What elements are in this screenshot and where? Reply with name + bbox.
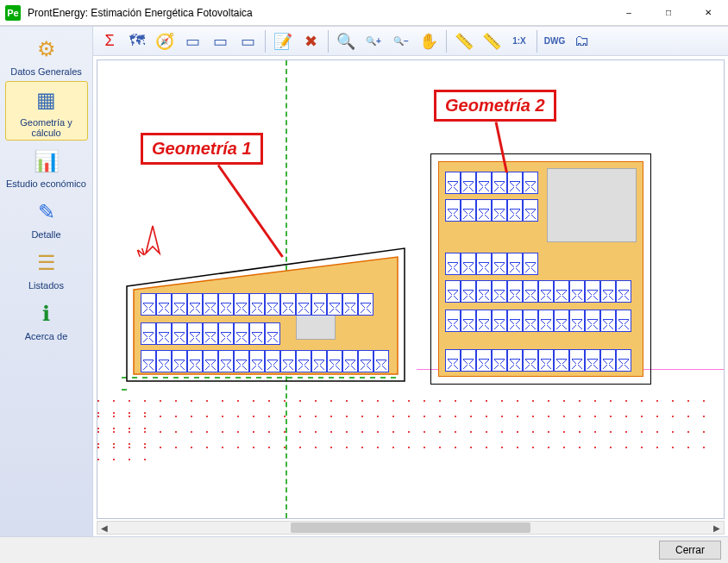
pv-panel <box>265 322 280 345</box>
red-dot-row <box>97 447 724 448</box>
form-edit-icon[interactable]: 📝 <box>270 28 296 54</box>
sidebar-item-listados[interactable]: ☰Listados <box>5 244 88 293</box>
ruler-h-icon[interactable]: 📏 <box>451 28 477 54</box>
window-minimize-button[interactable]: – <box>609 0 649 26</box>
sidebar-item-geometr-a-y-c-lculo[interactable]: ▦Geometría y cálculo <box>5 81 88 141</box>
close-button[interactable]: Cerrar <box>659 541 721 560</box>
pv-panel <box>492 349 507 372</box>
pv-panel <box>585 349 600 372</box>
pv-panel <box>203 293 218 316</box>
sidebar-item-datos-generales[interactable]: ⚙Datos Generales <box>5 30 88 79</box>
scroll-right-button[interactable]: ▶ <box>710 523 724 533</box>
scroll-track[interactable] <box>111 522 710 534</box>
ruler-unit-icon[interactable]: 📏 <box>479 28 505 54</box>
pv-panel <box>445 172 461 194</box>
pv-panel <box>187 293 203 316</box>
pv-panel <box>156 322 172 345</box>
zoom-out-icon[interactable]: 🔍− <box>388 28 414 54</box>
window-maximize-button[interactable]: □ <box>649 0 688 26</box>
pv-row <box>445 253 538 275</box>
pv-panel <box>373 350 389 372</box>
red-dot-row <box>97 400 724 402</box>
pv-panel <box>311 293 327 316</box>
pv-panel <box>327 293 342 316</box>
project-icon[interactable]: 🗺 <box>124 28 150 54</box>
pv-panel <box>476 172 492 194</box>
delete-icon[interactable]: ✖ <box>298 28 323 54</box>
pv-row <box>141 350 389 372</box>
sidebar-item-label: Detalle <box>6 229 87 240</box>
geometry-2[interactable] <box>430 153 651 385</box>
pv-panel <box>507 172 523 194</box>
pv-panel <box>445 349 461 372</box>
pv-panel <box>203 322 218 345</box>
pv-panel <box>296 350 311 372</box>
pv-row <box>445 199 538 222</box>
pv-panel <box>476 253 492 275</box>
sidebar-item-label: Listados <box>6 280 87 291</box>
toolbar-separator <box>537 30 537 53</box>
pv-panel <box>523 280 538 303</box>
pv-panel <box>461 349 476 372</box>
pv-panel <box>445 253 461 275</box>
sidebar-item-estudio-econ-mico[interactable]: 📊Estudio económico <box>5 142 88 191</box>
pv-panel <box>265 350 280 372</box>
pv-panel <box>569 310 585 332</box>
pv-row <box>141 293 373 316</box>
edit-rect-colors-icon[interactable]: ▭ <box>235 28 260 54</box>
zoom-fit-icon[interactable]: 🔍 <box>333 28 359 54</box>
pv-panel <box>569 280 585 303</box>
sidebar-item-acerca-de[interactable]: ℹAcerca de <box>5 295 88 344</box>
pv-panel <box>461 172 476 194</box>
drawing-canvas[interactable]: N <box>97 59 725 519</box>
scroll-thumb[interactable] <box>291 522 530 533</box>
sidebar-item-detalle[interactable]: ✎Detalle <box>5 193 88 242</box>
scroll-left-button[interactable]: ◀ <box>97 523 111 533</box>
pv-panel <box>492 280 507 303</box>
toolbar-separator <box>446 30 447 53</box>
compass-icon[interactable]: 🧭 <box>152 28 178 54</box>
pv-panel <box>476 349 492 372</box>
pv-panel <box>476 199 492 222</box>
geometry-icon: ▦ <box>31 84 62 116</box>
pv-panel <box>234 350 249 372</box>
pv-panel <box>249 293 265 316</box>
pv-panel <box>507 199 523 222</box>
window-close-button[interactable]: ✕ <box>688 0 728 26</box>
sidebar-item-label: Datos Generales <box>6 66 87 77</box>
zoom-in-icon[interactable]: 🔍+ <box>361 28 386 54</box>
geometry-1[interactable] <box>125 247 406 383</box>
pv-panel <box>445 280 461 303</box>
pv-panel <box>554 349 569 372</box>
scale-1x-icon[interactable]: 1:X <box>506 28 532 54</box>
pv-panel <box>492 310 507 332</box>
edit-rect-black-icon[interactable]: ▭ <box>207 28 233 54</box>
pan-icon[interactable]: ✋ <box>416 28 442 54</box>
pv-row <box>445 310 631 332</box>
pv-panel <box>172 293 187 316</box>
pv-panel <box>445 199 461 222</box>
dwg-icon[interactable]: DWG <box>542 28 568 54</box>
pv-panel <box>616 310 631 332</box>
pv-panel <box>616 280 631 303</box>
pv-panel <box>461 280 476 303</box>
edit-rect-green-icon[interactable]: ▭ <box>179 28 205 54</box>
pv-panel <box>523 199 538 222</box>
detail-icon: ✎ <box>31 197 62 228</box>
red-dot-row <box>97 431 724 433</box>
pv-panel <box>492 253 507 275</box>
pv-panel <box>234 293 249 316</box>
layers-icon[interactable]: 🗂 <box>569 28 595 54</box>
horizontal-scrollbar[interactable]: ◀ ▶ <box>97 521 725 535</box>
pv-panel <box>538 310 554 332</box>
pv-panel <box>507 310 523 332</box>
pv-panel <box>523 253 538 275</box>
app-icon: Pe <box>5 5 21 21</box>
pv-row <box>141 322 280 345</box>
sigma-icon[interactable]: Σ <box>97 28 122 54</box>
pv-panel <box>554 310 569 332</box>
pv-panel <box>358 350 373 372</box>
pv-panel <box>187 322 203 345</box>
sidebar-item-label: Estudio económico <box>6 178 87 189</box>
pv-panel <box>600 280 616 303</box>
